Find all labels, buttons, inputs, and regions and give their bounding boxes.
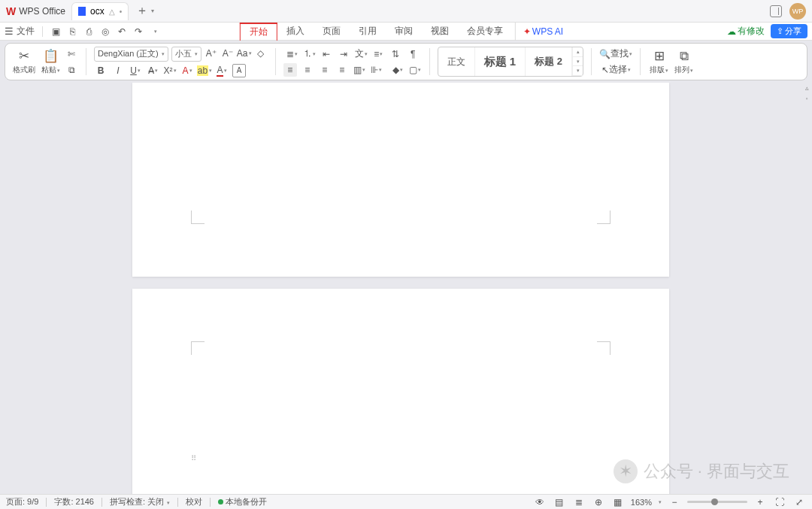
status-proofing[interactable]: 校对 <box>186 496 202 507</box>
zoom-thumb[interactable] <box>711 498 718 505</box>
change-case-icon[interactable]: Aa▾ <box>238 47 251 60</box>
highlight-icon[interactable]: ab▾ <box>198 64 211 77</box>
increase-indent-icon[interactable]: ⇥ <box>337 47 350 61</box>
font-name-select[interactable]: DengXian (正文)▾ <box>94 47 168 62</box>
fullscreen-icon[interactable]: ⤢ <box>792 495 806 509</box>
tab-review[interactable]: 审阅 <box>386 23 422 41</box>
cut-icon[interactable]: ✄ <box>65 47 78 61</box>
style-prev-icon[interactable]: ▴ <box>573 47 583 57</box>
style-heading2[interactable]: 标题 2 <box>526 47 572 76</box>
new-tab-button[interactable]: ＋ <box>136 3 148 19</box>
redo-icon[interactable]: ↷ <box>133 26 144 37</box>
style-heading1[interactable]: 标题 1 <box>475 47 526 76</box>
zoom-slider[interactable] <box>687 501 747 503</box>
app-logo: W WPS Office <box>6 5 65 17</box>
wps-logo-icon: W <box>6 5 16 17</box>
tab-list-menu[interactable]: ▾ <box>151 8 154 14</box>
decrease-indent-icon[interactable]: ⇤ <box>320 47 333 61</box>
font-color-icon[interactable]: A▾ <box>215 64 229 77</box>
view-web-icon[interactable]: ⊕ <box>592 495 605 509</box>
eye-icon[interactable]: 👁 <box>533 495 547 509</box>
decrease-font-icon[interactable]: A⁻ <box>221 47 235 60</box>
tab-view[interactable]: 视图 <box>422 23 458 41</box>
share-icon: ⇪ <box>777 26 783 36</box>
align-justify-icon[interactable]: ≡ <box>335 63 349 77</box>
format-painter-button[interactable]: ✂ 格式刷 <box>11 48 37 75</box>
text-direction-icon[interactable]: 文▾ <box>354 47 368 61</box>
show-marks-icon[interactable]: ¶ <box>406 47 420 61</box>
page-8[interactable] <box>132 83 669 277</box>
align-center-icon[interactable]: ≡ <box>301 63 314 77</box>
save-icon[interactable]: ▣ <box>50 26 61 37</box>
select-button[interactable]: ↖ 选择▾ <box>601 63 631 77</box>
tab-wps-ai[interactable]: ✦WPS AI <box>515 23 572 41</box>
borders-icon[interactable]: ▢▾ <box>408 63 422 77</box>
increase-font-icon[interactable]: A⁺ <box>205 47 218 60</box>
layout-button[interactable]: ⊞ 排版▾ <box>648 48 670 75</box>
align-left-icon[interactable]: ≡ <box>283 63 297 77</box>
view-read-icon[interactable]: ▦ <box>611 495 625 509</box>
zoom-in-icon[interactable]: + <box>753 495 767 509</box>
zoom-level[interactable]: 163% <box>631 498 652 507</box>
style-more-icon[interactable]: ▾ <box>573 66 583 76</box>
arrange-icon: ⧉ <box>680 49 689 64</box>
italic-icon[interactable]: I <box>111 64 125 77</box>
style-next-icon[interactable]: ▾ <box>573 57 583 67</box>
clear-format-icon[interactable]: ◇ <box>254 47 268 60</box>
character-border-icon[interactable]: A <box>232 64 246 77</box>
fit-width-icon[interactable]: ⛶ <box>773 495 786 509</box>
strikethrough-icon[interactable]: A̶▾ <box>146 64 159 77</box>
zoom-out-icon[interactable]: − <box>668 495 681 509</box>
paste-button[interactable]: 📋 粘贴▾ <box>40 48 62 75</box>
tab-insert[interactable]: 插入 <box>277 23 314 41</box>
cloud-sync-status[interactable]: ☁ 有修改 <box>727 25 765 38</box>
qat-more-icon[interactable]: ▾ <box>150 26 161 37</box>
tab-member[interactable]: 会员专享 <box>458 23 512 41</box>
share-button[interactable]: ⇪ 分享 <box>771 24 807 38</box>
text-effect-icon[interactable]: A▾ <box>180 64 194 77</box>
status-word-count[interactable]: 字数: 2146 <box>54 496 94 507</box>
backup-dot-icon <box>218 499 223 504</box>
bullets-icon[interactable]: ≣▾ <box>285 47 298 61</box>
gutter-up-icon[interactable]: ▵ <box>805 84 809 92</box>
arrange-button[interactable]: ⧉ 排列▾ <box>673 49 695 75</box>
status-page[interactable]: 页面: 9/9 <box>6 496 38 507</box>
tab-stops-icon[interactable]: ⊪▾ <box>370 63 383 77</box>
superscript-icon[interactable]: X²▾ <box>163 64 177 77</box>
copy-icon[interactable]: ⧉ <box>65 63 78 77</box>
sort-icon[interactable]: ⇅ <box>389 47 402 61</box>
export-icon[interactable]: ⎘ <box>67 26 77 37</box>
view-outline-icon[interactable]: ≣ <box>572 495 586 509</box>
layout-icon: ⊞ <box>654 48 665 64</box>
font-size-select[interactable]: 小五▾ <box>171 47 201 62</box>
align-distribute-icon[interactable]: ▥▾ <box>353 63 366 77</box>
status-backup[interactable]: 本地备份开 <box>218 496 267 507</box>
document-canvas[interactable]: ⠿ <box>0 83 801 494</box>
tab-reference[interactable]: 引用 <box>350 23 386 41</box>
bold-icon[interactable]: B <box>94 64 108 77</box>
underline-icon[interactable]: U▾ <box>129 64 142 77</box>
tab-page[interactable]: 页面 <box>314 23 350 41</box>
status-spellcheck[interactable]: 拼写检查: 关闭 ▾ <box>110 496 170 507</box>
print-icon[interactable]: ⎙ <box>83 26 94 37</box>
side-panel-toggle-icon[interactable] <box>770 5 782 17</box>
user-avatar[interactable]: WP <box>789 3 806 20</box>
view-page-icon[interactable]: ▤ <box>553 495 566 509</box>
line-spacing-icon[interactable]: ≡▾ <box>371 47 385 61</box>
gutter-marker-icon[interactable]: ◦ <box>805 95 807 102</box>
find-button[interactable]: 🔍 查找▾ <box>599 47 632 61</box>
numbering-icon[interactable]: ⒈▾ <box>302 47 316 61</box>
section-handle-icon[interactable]: ⠿ <box>191 457 197 460</box>
tab-home[interactable]: 开始 <box>240 23 277 41</box>
style-normal[interactable]: 正文 <box>438 47 475 76</box>
hamburger-menu-icon[interactable]: ☰ <box>5 26 14 37</box>
align-right-icon[interactable]: ≡ <box>318 63 332 77</box>
document-tab[interactable]: ocx △ • <box>71 2 129 20</box>
page-9[interactable]: ⠿ <box>132 289 669 494</box>
shading-icon[interactable]: ◆▾ <box>391 63 404 77</box>
app-name: WPS Office <box>19 6 65 17</box>
paste-icon: 📋 <box>43 48 59 64</box>
undo-icon[interactable]: ↶ <box>117 26 127 37</box>
print-preview-icon[interactable]: ◎ <box>100 26 111 37</box>
file-menu[interactable]: 文件 <box>17 25 35 38</box>
